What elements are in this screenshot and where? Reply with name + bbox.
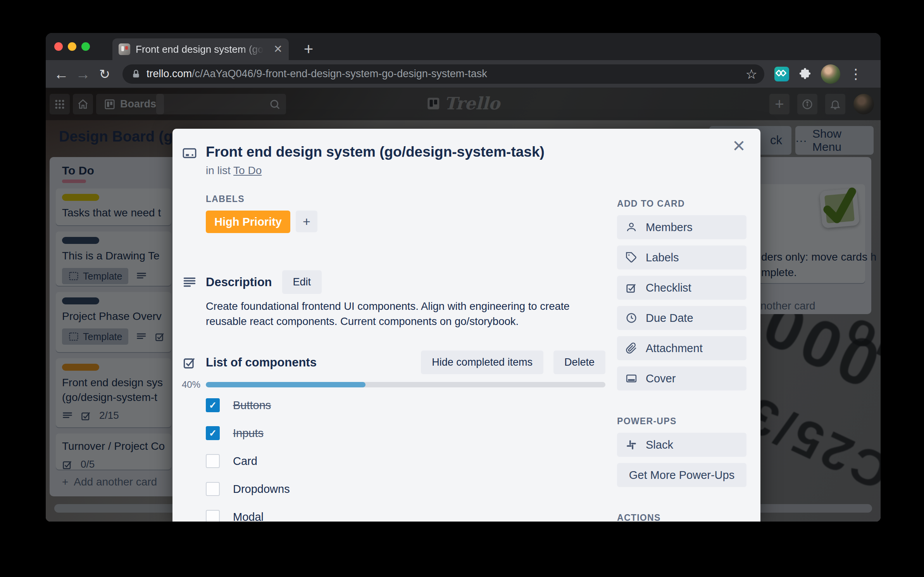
members-button[interactable]: Members — [617, 215, 746, 239]
checklist-item[interactable]: ✓ Inputs — [206, 419, 605, 447]
checklist-label: Checklist — [646, 282, 691, 294]
browser-window: Front end design system (go/d ✕ + ← → ↻ … — [46, 33, 881, 522]
checklist-item-label: Modal — [233, 511, 264, 522]
actions-header: ACTIONS — [617, 513, 746, 522]
progress-percent: 40% — [182, 379, 200, 390]
checklist-icon — [626, 282, 637, 294]
slack-powerup-button[interactable]: Slack — [617, 433, 746, 457]
checklist-item-label: Inputs — [233, 427, 264, 440]
checkbox-checked[interactable]: ✓ — [206, 398, 220, 412]
slack-label: Slack — [646, 439, 673, 451]
member-icon — [626, 221, 637, 233]
labels-label: Labels — [646, 251, 679, 264]
checkbox-unchecked[interactable] — [206, 510, 220, 522]
cover-icon — [626, 373, 637, 384]
modal-sidebar: ADD TO CARD Members Labels — [617, 194, 746, 522]
bookmark-star-icon[interactable]: ☆ — [746, 66, 757, 82]
attachment-label: Attachment — [646, 342, 703, 355]
tag-icon — [626, 252, 637, 263]
url-bar[interactable]: trello.com/c/AaYaQ046/9-front-end-design… — [122, 64, 764, 84]
progress-bar — [206, 382, 605, 387]
checkbox-checked[interactable]: ✓ — [206, 426, 220, 440]
slack-icon — [626, 439, 637, 451]
extension-icon[interactable] — [774, 67, 789, 81]
progress-fill — [206, 382, 365, 387]
checklist-header: List of components — [206, 356, 317, 370]
card-detail-modal: ✕ Front end design system (go/design-sys… — [172, 129, 760, 522]
checklist-icon — [182, 356, 197, 370]
paperclip-icon — [626, 342, 637, 354]
browser-tab[interactable]: Front end design system (go/d ✕ — [112, 38, 289, 60]
tab-favicon-icon — [119, 43, 130, 55]
cover-label: Cover — [646, 372, 676, 385]
clock-icon — [626, 312, 637, 324]
browser-profile-avatar[interactable] — [821, 64, 840, 84]
add-label-button[interactable]: + — [296, 211, 317, 232]
new-tab-button[interactable]: + — [298, 38, 319, 60]
url-domain: trello.com — [147, 68, 192, 79]
tab-title: Front end design system (go/d — [136, 43, 264, 55]
checklist-item-label: Card — [233, 455, 257, 468]
window-minimize-button[interactable] — [68, 42, 76, 51]
lock-icon — [131, 69, 141, 79]
checklist-item[interactable]: ✓ Buttons — [206, 391, 605, 419]
in-list-text: in list — [206, 164, 231, 176]
browser-menu-icon[interactable]: ⋮ — [849, 67, 863, 81]
tab-strip: Front end design system (go/d ✕ + — [46, 33, 881, 60]
modal-main-column: LABELS High Priority + Description — [206, 194, 605, 522]
powerups-header: POWER-UPS — [617, 416, 746, 427]
checklist-item[interactable]: Dropdowns — [206, 475, 605, 503]
list-link[interactable]: To Do — [233, 164, 262, 176]
forward-icon: → — [72, 67, 94, 81]
edit-description-button[interactable]: Edit — [282, 270, 322, 294]
get-more-powerups-button[interactable]: Get More Power-Ups — [617, 463, 746, 487]
checklist-item[interactable]: Card — [206, 447, 605, 475]
modal-header: Front end design system (go/design-syste… — [172, 129, 760, 177]
window-close-button[interactable] — [54, 42, 63, 51]
checkbox-unchecked[interactable] — [206, 454, 220, 468]
checkbox-unchecked[interactable] — [206, 482, 220, 496]
members-label: Members — [646, 221, 693, 234]
card-title[interactable]: Front end design system (go/design-syste… — [206, 143, 718, 161]
tab-close-icon[interactable]: ✕ — [274, 44, 283, 55]
cover-button[interactable]: Cover — [617, 366, 746, 390]
window-zoom-button[interactable] — [81, 42, 90, 51]
url-path: /c/AaYaQ046/9-front-end-design-system-go… — [192, 68, 487, 79]
reload-icon[interactable]: ↻ — [94, 67, 116, 81]
url-text: trello.com/c/AaYaQ046/9-front-end-design… — [147, 68, 487, 80]
back-icon[interactable]: ← — [50, 67, 72, 81]
attachment-button[interactable]: Attachment — [617, 336, 746, 360]
page-content: 000 C25/3 n ≥ uo — [46, 88, 881, 522]
checklist-item[interactable]: Modal — [206, 503, 605, 522]
delete-checklist-button[interactable]: Delete — [553, 351, 605, 374]
card-list-subtitle: in list To Do — [206, 164, 718, 177]
extensions-puzzle-icon[interactable] — [798, 67, 812, 81]
card-icon — [181, 146, 198, 161]
due-date-button[interactable]: Due Date — [617, 306, 746, 330]
due-date-label: Due Date — [646, 312, 693, 325]
description-icon — [182, 275, 197, 289]
checklist-button[interactable]: Checklist — [617, 276, 746, 300]
hide-completed-items-button[interactable]: Hide completed items — [421, 351, 543, 374]
labels-header: LABELS — [206, 194, 605, 204]
checklist-item-label: Buttons — [233, 399, 271, 412]
browser-toolbar: ← → ↻ trello.com/c/AaYaQ046/9-front-end-… — [46, 60, 881, 88]
description-text: Create foundational frontend UI componen… — [206, 299, 593, 329]
label-chip-high-priority[interactable]: High Priority — [206, 211, 290, 233]
add-to-card-header: ADD TO CARD — [617, 199, 746, 209]
get-more-powerups-label: Get More Power-Ups — [629, 469, 734, 482]
checklist-item-label: Dropdowns — [233, 483, 290, 496]
description-header: Description — [206, 275, 272, 289]
labels-button[interactable]: Labels — [617, 245, 746, 269]
